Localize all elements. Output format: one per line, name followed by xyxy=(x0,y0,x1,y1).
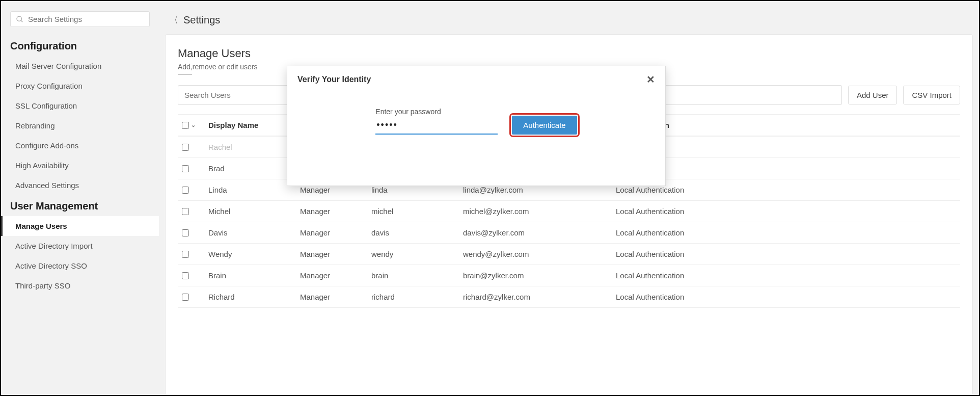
sidebar: Configuration Mail Server Configuration … xyxy=(1,1,159,395)
cell-auth: Local Authentication xyxy=(616,271,738,280)
nav-high-availability[interactable]: High Availability xyxy=(1,155,159,175)
main: 〈 Settings Manage Users Add,remove or ed… xyxy=(159,1,979,395)
cell-name: Brain xyxy=(208,271,300,280)
cell-auth: Local Authentication xyxy=(616,186,738,194)
cell-login: richard xyxy=(371,293,463,301)
select-all-checkbox[interactable] xyxy=(182,122,189,129)
page-title: Manage Users xyxy=(178,47,960,60)
table-row[interactable]: DavisManagerdavisdavis@zylker.comLocal A… xyxy=(178,222,960,244)
nav-ad-import[interactable]: Active Directory Import xyxy=(1,236,159,256)
table-row[interactable]: WendyManagerwendywendy@zylker.comLocal A… xyxy=(178,244,960,265)
svg-line-1 xyxy=(21,20,22,22)
cell-name: Richard xyxy=(208,293,300,301)
cell-email: michel@zylker.com xyxy=(463,207,616,216)
cell-login: wendy xyxy=(371,250,463,258)
cell-name: Wendy xyxy=(208,250,300,258)
cell-email: linda@zylker.com xyxy=(463,186,616,194)
sidebar-search-input[interactable] xyxy=(28,15,144,23)
nav-proxy-config[interactable]: Proxy Configuration xyxy=(1,76,159,96)
cell-name: Rachel xyxy=(208,143,300,151)
section-title-user-management: User Management xyxy=(1,195,159,216)
add-user-button[interactable]: Add User xyxy=(848,86,897,104)
cell-email: davis@zylker.com xyxy=(463,228,616,237)
cell-role: Manager xyxy=(300,250,371,258)
nav-ad-sso[interactable]: Active Directory SSO xyxy=(1,256,159,276)
row-checkbox[interactable] xyxy=(182,165,189,172)
cell-email: wendy@zylker.com xyxy=(463,250,616,258)
cell-login: michel xyxy=(371,207,463,216)
row-checkbox[interactable] xyxy=(182,187,189,194)
row-checkbox[interactable] xyxy=(182,229,189,236)
row-checkbox[interactable] xyxy=(182,208,189,215)
nav-third-party-sso[interactable]: Third-party SSO xyxy=(1,276,159,296)
chevron-left-icon: 〈 xyxy=(170,13,178,27)
chevron-down-icon[interactable]: ⌄ xyxy=(191,122,196,128)
page-subtitle: Add,remove or edit users xyxy=(178,63,257,75)
cell-role: Manager xyxy=(300,228,371,237)
nav-configure-addons[interactable]: Configure Add-ons xyxy=(1,136,159,155)
breadcrumb-label: Settings xyxy=(183,14,220,26)
breadcrumb[interactable]: 〈 Settings xyxy=(165,1,973,34)
modal-title: Verify Your Identity xyxy=(297,75,371,84)
cell-login: brain xyxy=(371,271,463,280)
table-row[interactable]: MichelManagermichelmichel@zylker.comLoca… xyxy=(178,201,960,222)
nav-ssl-config[interactable]: SSL Configuration xyxy=(1,96,159,116)
cell-role: Manager xyxy=(300,207,371,216)
sidebar-search[interactable] xyxy=(10,11,150,27)
svg-point-0 xyxy=(17,16,21,21)
close-icon[interactable]: ✕ xyxy=(646,73,655,86)
authenticate-button[interactable]: Authenticate xyxy=(512,116,577,135)
col-display-name[interactable]: Display Name xyxy=(208,121,300,129)
row-checkbox[interactable] xyxy=(182,294,189,301)
csv-import-button[interactable]: CSV Import xyxy=(903,86,960,104)
cell-login: linda xyxy=(371,186,463,194)
section-title-configuration: Configuration xyxy=(1,35,159,56)
verify-identity-modal: Verify Your Identity ✕ Enter your passwo… xyxy=(287,66,666,186)
cell-name: Davis xyxy=(208,228,300,237)
cell-auth: Local Authentication xyxy=(616,207,738,216)
cell-email: richard@zylker.com xyxy=(463,293,616,301)
cell-role: Manager xyxy=(300,293,371,301)
row-checkbox[interactable] xyxy=(182,144,189,151)
row-checkbox[interactable] xyxy=(182,251,189,258)
password-input[interactable] xyxy=(375,117,498,135)
table-row[interactable]: RichardManagerrichardrichard@zylker.comL… xyxy=(178,286,960,308)
cell-role: Manager xyxy=(300,271,371,280)
row-checkbox[interactable] xyxy=(182,272,189,279)
table-row[interactable]: BrainManagerbrainbrain@zylker.comLocal A… xyxy=(178,265,960,286)
cell-email: brain@zylker.com xyxy=(463,271,616,280)
cell-name: Brad xyxy=(208,164,300,173)
nav-rebranding[interactable]: Rebranding xyxy=(1,116,159,136)
cell-auth: Local Authentication xyxy=(616,293,738,301)
cell-auth: Local Authentication xyxy=(616,250,738,258)
nav-advanced-settings[interactable]: Advanced Settings xyxy=(1,175,159,195)
cell-role: Manager xyxy=(300,186,371,194)
cell-name: Linda xyxy=(208,186,300,194)
cell-auth: Local Authentication xyxy=(616,228,738,237)
nav-manage-users[interactable]: Manage Users xyxy=(1,216,159,236)
cell-login: davis xyxy=(371,228,463,237)
password-label: Enter your password xyxy=(375,108,498,116)
cell-name: Michel xyxy=(208,207,300,216)
nav-mail-server[interactable]: Mail Server Configuration xyxy=(1,56,159,76)
search-icon xyxy=(16,15,24,23)
